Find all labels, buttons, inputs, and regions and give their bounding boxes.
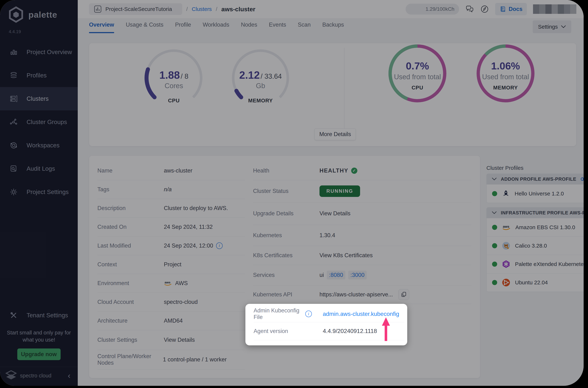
kubeconfig-download-link[interactable]: admin.aws-cluster.kubeconfig [323,311,399,317]
agent-version-label: Agent version [254,328,312,335]
kubeconfig-label: Admin Kubeconfig File [254,307,302,320]
agent-version-value: 4.4.9/20240912.1118 [323,328,377,335]
annotation-arrow-icon [381,317,391,341]
info-icon[interactable]: i [305,311,312,317]
